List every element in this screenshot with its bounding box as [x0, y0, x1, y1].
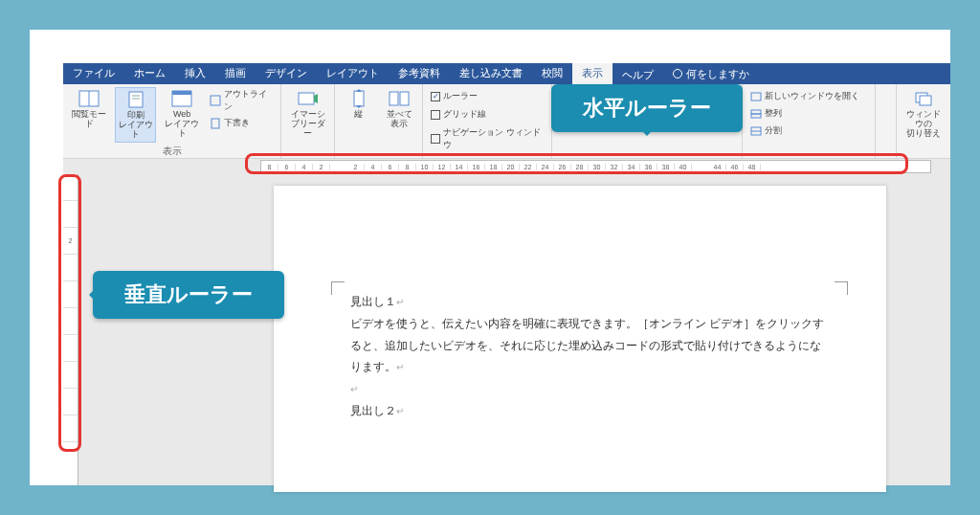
tab-help[interactable]: ヘルプ [612, 65, 663, 82]
switch-windows-button[interactable]: ウィンドウの 切り替え [902, 87, 945, 141]
navigation-pane-checkbox[interactable]: ナビゲーション ウィンドウ [429, 125, 546, 152]
tab-home[interactable]: ホーム [124, 63, 175, 84]
draft-button[interactable]: 下書き [208, 116, 275, 130]
print-layout-button[interactable]: 印刷 レイアウト [115, 87, 155, 143]
heading-2: 見出し２↵ [350, 400, 829, 422]
group-window2 [876, 84, 897, 158]
read-mode-label: 閲覧モード [71, 110, 107, 129]
workspace: 8642246810121416182022242628303234363840… [63, 159, 950, 485]
paragraph-1: ビデオを使うと、伝えたい内容を明確に表現できます。［オンライン ビデオ］をクリッ… [350, 313, 829, 378]
svg-rect-11 [390, 92, 398, 105]
lightbulb-icon [673, 69, 682, 78]
horizontal-ruler[interactable]: 8642246810121416182022242628303234363840… [260, 160, 931, 173]
crop-mark-icon [835, 281, 848, 295]
group-show: ✓ルーラー グリッド線 ナビゲーション ウィンドウ [423, 84, 552, 158]
arrange-icon [750, 109, 762, 119]
svg-rect-12 [400, 92, 409, 105]
side-by-side-icon [388, 89, 411, 108]
web-layout-label: Web レイアウト [164, 110, 200, 139]
svg-rect-10 [354, 91, 364, 106]
tab-mailings[interactable]: 差し込み文書 [450, 63, 532, 84]
heading-1: 見出し１↵ [350, 291, 829, 313]
immersive-reader-icon [297, 89, 320, 108]
svg-rect-8 [212, 119, 219, 128]
split-button[interactable]: 分割 [748, 123, 869, 138]
switch-windows-label: ウィンドウの 切り替え [904, 110, 943, 139]
new-window-icon [750, 92, 762, 101]
group-views-label: 表示 [69, 145, 275, 158]
group-switch-windows: ウィンドウの 切り替え [897, 84, 950, 158]
tell-me-search[interactable]: 何をしますか [663, 67, 759, 81]
ribbon-tabs: ファイル ホーム 挿入 描画 デザイン レイアウト 参考資料 差し込み文書 校閲… [63, 63, 950, 84]
group-immersive: イマーシ ブリーダー [281, 84, 335, 158]
draft-icon [210, 118, 221, 129]
tell-me-label: 何をしますか [686, 67, 749, 81]
crop-mark-icon [331, 281, 345, 295]
svg-rect-15 [751, 114, 761, 118]
callout-horizontal-ruler: 水平ルーラー [551, 84, 743, 132]
side-by-side-button[interactable]: 並べて 表示 [382, 87, 417, 131]
tab-view[interactable]: 表示 [572, 63, 612, 84]
split-icon [750, 126, 762, 136]
group-views: 閲覧モード 印刷 レイアウト Web レイアウト アウトライン 下書き [63, 84, 281, 158]
ribbon-view: 閲覧モード 印刷 レイアウト Web レイアウト アウトライン 下書き [63, 84, 950, 159]
ruler-checkbox[interactable]: ✓ルーラー [429, 89, 546, 103]
gridlines-checkbox[interactable]: グリッド線 [429, 107, 546, 122]
outline-button[interactable]: アウトライン [208, 87, 275, 114]
tab-insert[interactable]: 挿入 [175, 63, 215, 84]
checkbox-icon [431, 134, 440, 144]
new-window-button[interactable]: 新しいウィンドウを開く [748, 89, 869, 103]
svg-rect-19 [920, 96, 931, 105]
tab-file[interactable]: ファイル [63, 63, 124, 84]
read-mode-button[interactable]: 閲覧モード [69, 87, 109, 131]
read-mode-icon [78, 89, 100, 108]
vertical-label: 縦 [354, 110, 363, 120]
side-by-side-label: 並べて 表示 [387, 110, 412, 129]
switch-windows-icon [912, 89, 935, 108]
svg-rect-13 [751, 93, 761, 101]
print-layout-icon [124, 90, 147, 109]
arrange-all-button[interactable]: 整列 [748, 106, 869, 121]
horizontal-ruler-zone: 8642246810121416182022242628303234363840… [78, 159, 950, 174]
document-page[interactable]: 見出し１↵ ビデオを使うと、伝えたい内容を明確に表現できます。［オンライン ビデ… [274, 186, 886, 492]
vertical-button[interactable]: 縦 [341, 87, 376, 122]
vertical-ruler[interactable]: 2 [63, 174, 78, 485]
tab-draw[interactable]: 描画 [215, 63, 256, 84]
web-layout-icon [170, 89, 193, 108]
vertical-icon [347, 89, 370, 108]
tab-review[interactable]: 校閲 [532, 63, 572, 84]
svg-rect-6 [172, 91, 191, 95]
immersive-reader-label: イマーシ ブリーダー [289, 110, 326, 139]
web-layout-button[interactable]: Web レイアウト [162, 87, 202, 141]
tab-references[interactable]: 参考資料 [389, 63, 450, 84]
tab-layout[interactable]: レイアウト [317, 63, 389, 84]
callout-vertical-ruler: 垂直ルーラー [93, 271, 284, 319]
blank-line: ↵ [350, 378, 829, 400]
checkbox-checked-icon: ✓ [431, 92, 440, 101]
group-window: 新しいウィンドウを開く 整列 分割 [743, 84, 876, 158]
outline-icon [210, 95, 220, 106]
svg-rect-14 [751, 110, 761, 114]
svg-rect-2 [129, 92, 143, 107]
immersive-reader-button[interactable]: イマーシ ブリーダー [287, 87, 328, 141]
tab-design[interactable]: デザイン [256, 63, 317, 84]
svg-rect-7 [211, 96, 220, 105]
group-page-movement: 縦 並べて 表示 [335, 84, 423, 158]
svg-rect-9 [299, 93, 314, 104]
print-layout-label: 印刷 レイアウト [118, 111, 152, 140]
checkbox-icon [431, 110, 440, 120]
